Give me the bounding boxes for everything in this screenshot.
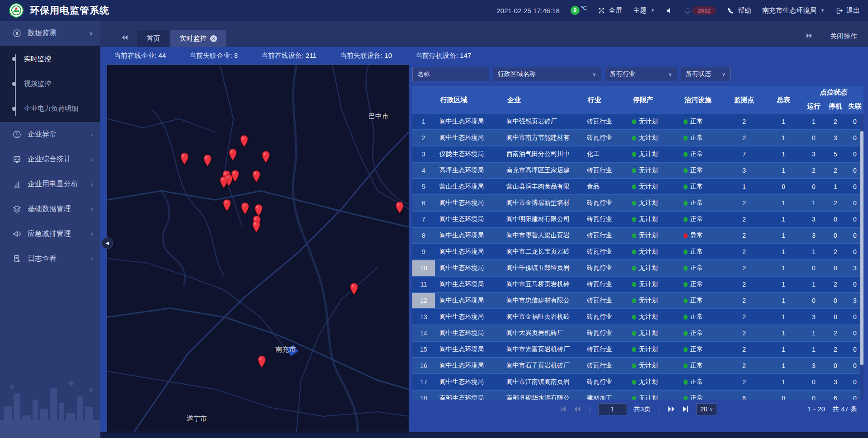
table-row[interactable]: 15阆中生态环境局阆中市光富页岩机砖厂砖瓦行业无计划正常21120 [412,342,863,358]
column-header-监测点[interactable]: 监测点 [724,86,764,114]
cell-region: 阆中生态环境局 [435,277,502,292]
region-select[interactable]: 行政区域名称 ∨ [493,67,601,81]
cell-limit-production: 无计划 [627,358,679,373]
map-pin-icon[interactable] [252,170,261,183]
name-search-input[interactable] [412,67,489,81]
status-dot-icon [684,250,688,254]
cell-region: 阆中生态环境局 [435,293,502,308]
column-header-企业[interactable]: 企业 [502,86,582,114]
map-city-label-南充市: 南充市 [275,345,296,354]
map-pin-icon[interactable] [180,152,189,165]
cell-pollution-facility: 正常 [679,391,724,400]
fullscreen-button[interactable]: 全屏 [598,6,622,15]
cell-monitor-points: 2 [724,374,764,390]
sidebar-item-3[interactable]: 企业综合统计‹ [0,147,100,172]
map-markers-layer: 巴中市南充市遂宁市 [107,65,409,432]
prev-page-button[interactable] [573,405,581,413]
table-row[interactable]: 10阆中生态环境局阆中千佛镇五郎垭页岩砖瓦行业无计划正常21003 [412,260,863,277]
theme-menu[interactable]: 主题▼ [633,6,655,15]
notifications[interactable]: 2632 [684,6,716,15]
table-row[interactable]: 6阆中生态环境局阆中市金博瑞新型墙材砖瓦行业无计划正常21120 [412,195,863,212]
sidebar-submenu: 实时监控视频监控企业电力负荷明细 [0,46,100,122]
column-header-行业[interactable]: 行业 [582,86,627,114]
tab-home[interactable]: 首页 [137,30,169,47]
sidebar-item-2[interactable]: 企业异常‹ [0,122,100,147]
table-row[interactable]: 16阆中生态环境局阆中市石子页岩机砖厂砖瓦行业无计划正常21300 [412,358,863,374]
close-tab-icon[interactable]: ✕ [210,35,217,42]
industry-select[interactable]: 所有行业 ∨ [605,67,677,81]
map-pin-icon[interactable] [219,176,228,188]
cell-running: 1 [803,277,825,292]
map-panel[interactable]: 巴中市南充市遂宁市 ◀ [107,64,409,432]
table-row[interactable]: 17阆中生态环境局阆中市江南镇阆南页岩砖瓦行业无计划正常21030 [412,374,863,391]
cell-monitor-points: 1 [724,179,764,194]
divider: | [658,405,660,414]
map-pin-icon[interactable] [257,356,266,368]
tabs-scroll-right-button[interactable] [806,32,813,41]
panel-collapse-button[interactable]: ◀ [101,237,113,249]
cell-index: 13 [412,309,435,325]
table-row[interactable]: 2阆中生态环境局阆中市南方节能建材有砖瓦行业无计划正常21030 [412,130,863,146]
caret-down-icon: ▼ [821,8,825,13]
column-header-停限产[interactable]: 停限产 [627,86,679,114]
table-row[interactable]: 4高坪生态环境局南充市高坪区王家店建砖瓦行业无计划正常31220 [412,163,863,179]
page-number-input[interactable] [598,403,627,415]
close-operations-menu[interactable]: 关闭操作 [830,32,857,41]
table-row[interactable]: 13阆中生态环境局阆中市金福旺页岩机砖砖瓦行业无计划正常21300 [412,309,863,325]
sidebar-subitem-企业电力负荷明细[interactable]: 企业电力负荷明细 [0,96,100,121]
table-row[interactable]: 1阆中生态环境局阆中强锐页岩砖厂砖瓦行业无计划正常21120 [412,114,863,130]
table-row[interactable]: 18南部生态环境局南部县砌华水泥有限公建材加工无计划正常60060 [412,391,863,400]
tab-realtime-monitor[interactable]: 实时监控 ✕ [170,30,226,47]
table-row[interactable]: 12阆中生态环境局阆中市忠信建材有限公砖瓦行业无计划正常21003 [412,293,863,309]
status-select[interactable]: 所有状态 ∨ [681,67,731,81]
table-row[interactable]: 3仪陇生态环境局西南油气田分公司川中化工无计划正常71350 [412,146,863,163]
sidebar-item-5[interactable]: 基础数据管理‹ [0,197,100,221]
table-row[interactable]: 14阆中生态环境局阆中大兴页岩机砖厂砖瓦行业无计划正常21120 [412,325,863,342]
scrollbar-thumb[interactable] [860,131,863,365]
column-header-index[interactable] [412,86,435,114]
last-page-button[interactable] [682,405,690,413]
help-button[interactable]: 帮助 [727,6,751,15]
map-pin-icon[interactable] [261,151,270,163]
cell-running: 1 [803,325,825,341]
cell-region: 阆中生态环境局 [435,212,502,227]
table-scrollbar[interactable] [860,114,863,400]
map-pin-icon[interactable] [203,155,212,167]
sidebar-subitem-视频监控[interactable]: 视频监控 [0,71,100,96]
column-header-失联[interactable]: 失联 [846,99,863,114]
next-page-button[interactable] [667,405,675,413]
map-pin-icon[interactable] [228,149,237,161]
table-row[interactable]: 9阆中生态环境局阆中市二龙长宝页岩砖砖瓦行业无计划正常21120 [412,244,863,260]
map-pin-icon[interactable] [395,201,404,213]
column-group-point-status[interactable]: 点位状态 [803,86,863,99]
first-page-button[interactable] [559,405,567,413]
sidebar-item-label: 企业综合统计 [28,155,91,164]
sidebar-item-4[interactable]: 企业用电量分析‹ [0,172,100,197]
map-pin-icon[interactable] [240,135,249,147]
sidebar-item-1[interactable]: 数据监测∨ [0,21,100,46]
org-menu[interactable]: 南充市生态环境局▼ [762,6,825,15]
status-dot-icon [684,119,688,124]
sidebar-item-7[interactable]: 日志查看‹ [0,246,100,271]
tabs-scroll-left-button[interactable] [121,34,128,42]
cell-region: 南部生态环境局 [435,391,502,400]
logout-button[interactable]: 退出 [835,6,860,15]
map-pin-icon[interactable] [222,199,231,212]
map-pin-icon[interactable] [254,204,263,217]
table-row[interactable]: 11阆中生态环境局阆中市五马桥页岩机砖砖瓦行业无计划正常21120 [412,277,863,293]
map-pin-icon[interactable] [349,283,359,295]
column-header-总表[interactable]: 总表 [764,86,803,114]
column-header-运行[interactable]: 运行 [803,99,825,114]
page-size-select[interactable]: 20 ∨ [696,403,717,415]
map-pin-icon[interactable] [252,220,261,232]
sound-toggle[interactable] [665,7,673,14]
table-row[interactable]: 5营山生态环境局营山县润丰肉食品有限食品无计划正常10010 [412,179,863,195]
sidebar-item-6[interactable]: 应急减排管理‹ [0,221,100,246]
table-row[interactable]: 7阆中生态环境局阆中明阳建材有限公司砖瓦行业无计划正常21300 [412,212,863,228]
map-pin-icon[interactable] [241,203,250,215]
column-header-停机[interactable]: 停机 [825,99,846,114]
column-header-治污设施[interactable]: 治污设施 [679,86,724,114]
sidebar-subitem-实时监控[interactable]: 实时监控 [0,47,100,71]
column-header-行政区域[interactable]: 行政区域 [435,86,502,114]
table-row[interactable]: 8阆中生态环境局阆中市枣碧大梁山页岩砖瓦行业无计划异常21300 [412,228,863,244]
